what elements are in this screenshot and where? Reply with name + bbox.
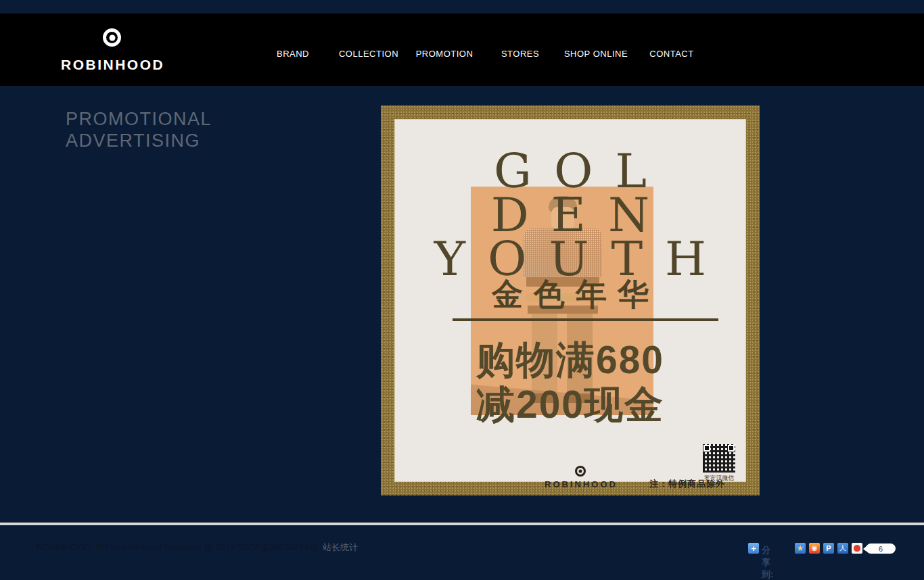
sina-weibo-icon[interactable]: ◉ [809, 543, 820, 554]
main-nav: BRAND COLLECTION PROMOTION STORES SHOP O… [255, 49, 710, 59]
footer-divider [0, 523, 924, 525]
share-more-icon[interactable]: + [748, 543, 759, 554]
page: ROBINHOOD BRAND COLLECTION PROMOTION STO… [0, 0, 924, 580]
site-stats-link[interactable]: 站长统计 [323, 542, 358, 552]
nav-item-collection[interactable]: COLLECTION [331, 49, 407, 59]
page-title: PROMOTIONAL ADVERTISING [66, 108, 212, 151]
poster-title-chinese: 金色年华 [395, 274, 745, 316]
page-title-line2: ADVERTISING [66, 130, 212, 151]
qzone-icon[interactable]: ★ [795, 543, 806, 554]
poster-brand-name: ROBINHOOD [517, 479, 645, 489]
header: ROBINHOOD BRAND COLLECTION PROMOTION STO… [0, 14, 924, 86]
brand-name: ROBINHOOD [61, 57, 162, 73]
nav-item-brand[interactable]: BRAND [255, 49, 331, 59]
poster-offer-line2: 减200现金 [395, 379, 745, 431]
poster-title: GOL DEN YOUTH [395, 149, 745, 281]
page-title-line1: PROMOTIONAL [66, 108, 212, 130]
wechat-qr-code [703, 444, 735, 473]
poster-paper: GOL DEN YOUTH 金色年华 购物满680 减200现金 ROBINHO… [394, 119, 746, 482]
tencent-weibo-icon[interactable] [852, 543, 862, 554]
nav-item-shop-online[interactable]: SHOP ONLINE [558, 49, 634, 59]
nav-item-contact[interactable]: CONTACT [634, 49, 710, 59]
brand-logo[interactable]: ROBINHOOD [61, 22, 162, 81]
footer-copyright: ROBINHOOD. RH by robinhood Copyright @ 2… [37, 541, 358, 554]
poster-divider [453, 318, 718, 321]
renren-icon[interactable]: 人 [837, 543, 848, 554]
tencent-pengyou-icon[interactable]: P [823, 543, 834, 554]
target-logo-icon [103, 28, 121, 47]
copyright-text: ROBINHOOD. RH by robinhood Copyright @ 2… [37, 542, 318, 552]
share-label: 分享到: [762, 544, 773, 580]
share-count-badge[interactable]: 6 [866, 543, 896, 554]
nav-item-promotion[interactable]: PROMOTION [407, 49, 482, 59]
poster-note: 注：特例商品除外 [649, 478, 725, 490]
poster-target-icon [575, 466, 586, 477]
promo-poster[interactable]: GOL DEN YOUTH 金色年华 购物满680 减200现金 ROBINHO… [381, 105, 760, 496]
nav-item-stores[interactable]: STORES [482, 49, 558, 59]
